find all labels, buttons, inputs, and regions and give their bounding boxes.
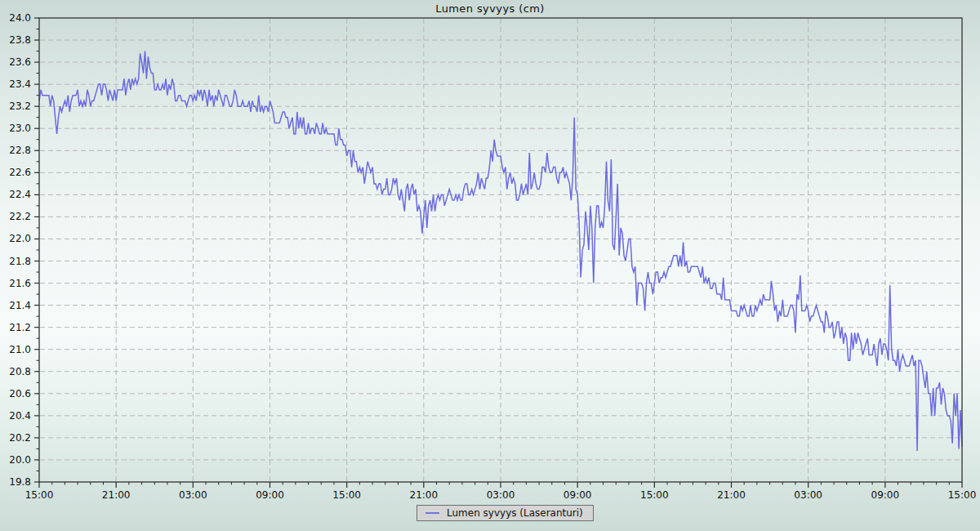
y-tick-label: 22.2 <box>9 211 31 222</box>
axis-ticks <box>34 18 962 488</box>
legend-line-swatch <box>425 512 439 514</box>
x-tick-label: 15:00 <box>332 489 361 501</box>
y-tick-label: 20.6 <box>9 388 31 399</box>
x-tick-label: 15:00 <box>948 489 977 501</box>
legend: Lumen syvyys (Laseranturi) <box>416 505 594 521</box>
y-tick-label: 22.8 <box>9 145 31 156</box>
y-tick-label: 20.8 <box>9 366 31 377</box>
x-tick-label: 03:00 <box>794 489 822 501</box>
chart-canvas: 19.820.020.220.420.620.821.021.221.421.6… <box>0 0 980 531</box>
y-tick-label: 21.8 <box>9 256 31 267</box>
y-tick-label: 23.2 <box>9 100 31 112</box>
x-tick-label: 03:00 <box>179 489 207 501</box>
y-tick-label: 22.0 <box>9 233 31 244</box>
chart-title: Lumen syvyys (cm) <box>0 2 980 15</box>
legend-label: Lumen syvyys (Laseranturi) <box>447 507 583 519</box>
y-tick-label: 21.4 <box>9 300 31 311</box>
x-tick-label: 21:00 <box>717 489 746 501</box>
y-tick-label: 21.0 <box>9 344 31 355</box>
line-chart: 19.820.020.220.420.620.821.021.221.421.6… <box>0 0 980 531</box>
y-tick-label: 20.4 <box>9 410 31 422</box>
y-tick-label: 23.0 <box>9 123 31 134</box>
x-tick-label: 03:00 <box>487 489 515 501</box>
y-tick-label: 20.0 <box>9 454 31 466</box>
gridlines <box>40 19 961 481</box>
y-tick-label: 23.8 <box>9 34 31 46</box>
y-tick-label: 22.4 <box>9 189 31 200</box>
x-tick-label: 09:00 <box>256 489 284 501</box>
x-tick-label: 09:00 <box>871 489 900 501</box>
x-tick-label: 21:00 <box>102 489 131 501</box>
y-tick-label: 23.4 <box>9 78 31 90</box>
y-tick-label: 19.8 <box>9 476 31 488</box>
x-tick-label: 09:00 <box>564 489 592 501</box>
y-tick-label: 21.6 <box>9 278 31 289</box>
x-tick-label: 21:00 <box>410 489 439 501</box>
y-tick-label: 21.2 <box>9 322 31 333</box>
y-tick-label: 22.6 <box>9 167 31 178</box>
x-tick-label: 15:00 <box>640 489 669 501</box>
y-tick-label: 20.2 <box>9 432 31 444</box>
y-tick-label: 23.6 <box>9 56 31 68</box>
x-tick-label: 15:00 <box>25 489 54 501</box>
